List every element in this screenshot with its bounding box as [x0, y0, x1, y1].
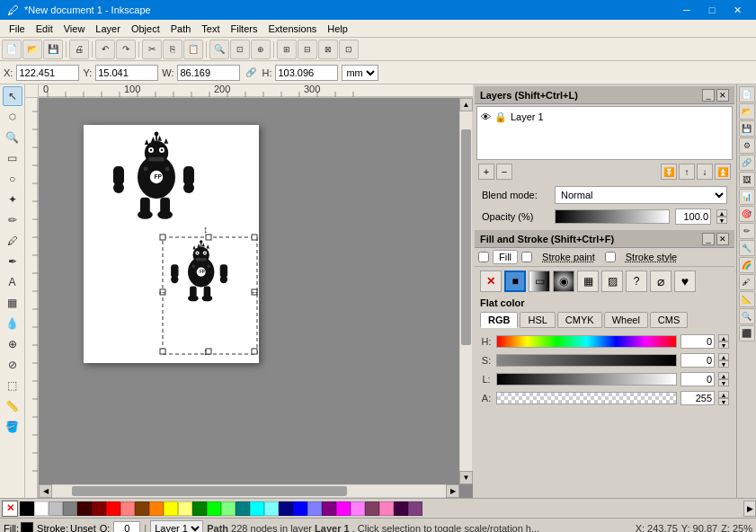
palette-remove-button[interactable]: ✕	[2, 501, 18, 517]
ri-settings-button[interactable]: ⚙	[739, 137, 755, 154]
h-input[interactable]	[275, 65, 338, 81]
palette-color-swatch[interactable]	[63, 501, 77, 516]
s-value-input[interactable]	[680, 353, 715, 368]
cmyk-tab[interactable]: CMYK	[557, 312, 602, 328]
print-button[interactable]: 🖨	[69, 40, 89, 59]
layer-to-bottom-button[interactable]: ⏬	[661, 164, 677, 180]
ri-zoom-button[interactable]: 🔍	[739, 308, 755, 324]
gradient-tool[interactable]: ▦	[3, 293, 22, 313]
menu-object[interactable]: Object	[126, 22, 165, 36]
layer-down-button[interactable]: ↑	[679, 164, 695, 180]
ri-link-button[interactable]: 🔗	[739, 155, 755, 171]
align-l-button[interactable]: ⊞	[277, 40, 297, 59]
menu-edit[interactable]: Edit	[31, 22, 58, 36]
palette-color-swatch[interactable]	[408, 501, 422, 516]
node-tool[interactable]: ⬡	[3, 107, 22, 127]
hscroll-track[interactable]	[52, 485, 446, 497]
open-button[interactable]: 📂	[22, 40, 42, 59]
s-down-button[interactable]: ▼	[718, 360, 729, 368]
palette-color-swatch[interactable]	[178, 501, 192, 516]
palette-color-swatch[interactable]	[264, 501, 279, 516]
canvas-content[interactable]: FP	[39, 98, 473, 498]
ri-pencil-button[interactable]: ✏	[739, 223, 755, 239]
menu-file[interactable]: File	[4, 22, 31, 36]
layer-lock-toggle[interactable]: 🔒	[494, 111, 507, 123]
l-value-input[interactable]	[680, 372, 715, 386]
palette-color-swatch[interactable]	[164, 501, 178, 516]
fill-stroke-panel-minimize[interactable]: _	[702, 233, 715, 245]
blend-mode-select[interactable]: Normal Multiply Screen	[555, 186, 727, 204]
select-tool[interactable]: ↖	[3, 86, 22, 106]
fill-enabled-checkbox[interactable]	[478, 252, 489, 262]
palette-color-swatch[interactable]	[192, 501, 207, 516]
hsl-tab[interactable]: HSL	[520, 312, 555, 328]
maximize-button[interactable]: □	[700, 1, 724, 19]
layer-status-select[interactable]: Layer 1	[150, 520, 203, 533]
star-tool[interactable]: ✦	[3, 190, 22, 209]
ri-target-button[interactable]: 🎯	[739, 206, 755, 222]
zoom-button[interactable]: 🔍	[209, 40, 229, 59]
menu-filters[interactable]: Filters	[226, 22, 263, 36]
stroke-paint-tab[interactable]: Stroke paint	[536, 250, 601, 264]
l-up-button[interactable]: ▲	[718, 372, 729, 379]
fill-linear-button[interactable]: ▭	[529, 270, 550, 292]
l-slider[interactable]	[496, 373, 677, 386]
ri-image-button[interactable]: 🖼	[739, 172, 755, 188]
scroll-left-button[interactable]: ◀	[39, 484, 52, 498]
palette-color-swatch[interactable]	[20, 501, 34, 516]
spray-tool[interactable]: ⊕	[3, 334, 22, 354]
layer-to-top-button[interactable]: ⏫	[715, 164, 731, 180]
y-input[interactable]	[95, 65, 158, 81]
undo-button[interactable]: ↶	[95, 40, 115, 59]
remove-layer-button[interactable]: −	[496, 164, 512, 180]
stroke-paint-checkbox[interactable]	[521, 252, 532, 262]
a-down-button[interactable]: ▼	[718, 398, 729, 405]
ri-wrench-button[interactable]: 🔧	[739, 240, 755, 256]
vscrollbar[interactable]: ▲ ▼	[459, 98, 473, 484]
a-up-button[interactable]: ▲	[718, 391, 729, 398]
palette-color-swatch[interactable]	[120, 501, 135, 516]
measure-tool[interactable]: 📏	[3, 396, 22, 416]
palette-color-swatch[interactable]	[77, 501, 92, 516]
palette-color-swatch[interactable]	[351, 501, 365, 516]
close-button[interactable]: ✕	[725, 1, 749, 19]
lock-proportions-button[interactable]: 🔗	[244, 66, 258, 80]
hscroll-thumb[interactable]	[72, 486, 348, 496]
palette-color-swatch[interactable]	[135, 501, 149, 516]
pencil-tool[interactable]: ✏	[3, 210, 22, 230]
zoom-tool[interactable]: 🔍	[3, 128, 22, 147]
menu-extensions[interactable]: Extensions	[262, 22, 322, 36]
scroll-down-button[interactable]: ▼	[459, 471, 473, 484]
opacity-down-button[interactable]: ▼	[716, 217, 727, 224]
a-value-input[interactable]	[680, 391, 715, 405]
fill-unset-button[interactable]: ⌀	[650, 270, 672, 292]
l-down-button[interactable]: ▼	[718, 379, 729, 386]
palette-color-swatch[interactable]	[207, 501, 221, 516]
layer-row-1[interactable]: 👁 🔒 Layer 1	[477, 107, 732, 127]
ri-palette-button[interactable]: 🌈	[739, 257, 755, 273]
scroll-right-button[interactable]: ▶	[446, 484, 459, 498]
fill-swatch-button[interactable]: ▨	[601, 270, 623, 292]
rgb-tab[interactable]: RGB	[480, 312, 518, 328]
add-layer-button[interactable]: +	[478, 164, 494, 180]
menu-view[interactable]: View	[58, 22, 91, 36]
connector-tool[interactable]: ⬚	[3, 376, 22, 395]
h-slider[interactable]	[496, 335, 677, 348]
align-t-button[interactable]: ⊠	[318, 40, 338, 59]
palette-color-swatch[interactable]	[92, 501, 106, 516]
scroll-up-button[interactable]: ▲	[459, 98, 473, 111]
fill-stroke-panel-close[interactable]: ✕	[716, 233, 729, 245]
palette-color-swatch[interactable]	[34, 501, 49, 516]
rect-tool[interactable]: ▭	[3, 148, 22, 168]
text-tool[interactable]: A	[3, 272, 22, 292]
paste-button[interactable]: 📋	[183, 40, 203, 59]
opacity-input[interactable]	[675, 208, 711, 225]
palette-color-swatch[interactable]	[236, 501, 250, 516]
fill-remove-button[interactable]: ♥	[674, 270, 696, 292]
align-r-button[interactable]: ⊟	[298, 40, 317, 59]
zoom-sel-button[interactable]: ⊕	[251, 40, 271, 59]
palette-color-swatch[interactable]	[49, 501, 63, 516]
ri-chart-button[interactable]: 📊	[739, 189, 755, 205]
palette-scroll-button[interactable]: ▶	[743, 501, 756, 517]
fill-color-swatch[interactable]	[21, 522, 33, 533]
